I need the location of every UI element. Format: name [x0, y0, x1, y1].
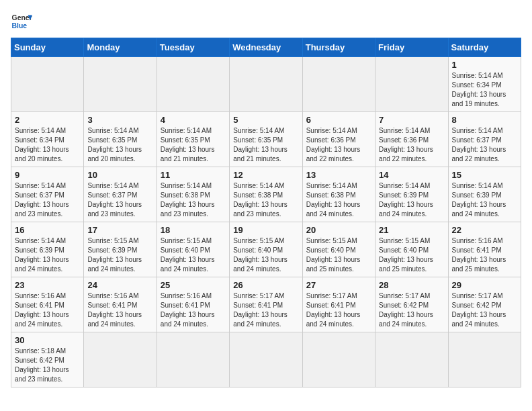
- calendar-day-cell: 2Sunrise: 5:14 AM Sunset: 6:34 PM Daylig…: [11, 112, 84, 167]
- day-info: Sunrise: 5:17 AM Sunset: 6:42 PM Dayligh…: [452, 291, 517, 329]
- day-number: 21: [379, 225, 444, 235]
- calendar-day-cell: 16Sunrise: 5:14 AM Sunset: 6:39 PM Dayli…: [11, 222, 84, 277]
- calendar-week-row: 2Sunrise: 5:14 AM Sunset: 6:34 PM Daylig…: [11, 112, 521, 167]
- calendar-day-cell: 24Sunrise: 5:16 AM Sunset: 6:41 PM Dayli…: [84, 277, 157, 332]
- day-info: Sunrise: 5:14 AM Sunset: 6:39 PM Dayligh…: [379, 181, 444, 219]
- day-number: 5: [233, 115, 298, 125]
- day-number: 8: [452, 115, 517, 125]
- logo-icon: General Blue: [11, 11, 32, 32]
- calendar-day-cell: 28Sunrise: 5:17 AM Sunset: 6:42 PM Dayli…: [375, 277, 448, 332]
- day-info: Sunrise: 5:15 AM Sunset: 6:40 PM Dayligh…: [233, 236, 298, 274]
- day-info: Sunrise: 5:16 AM Sunset: 6:41 PM Dayligh…: [87, 291, 152, 329]
- day-number: 9: [15, 170, 80, 180]
- calendar-day-cell: 4Sunrise: 5:14 AM Sunset: 6:35 PM Daylig…: [157, 112, 229, 167]
- calendar: SundayMondayTuesdayWednesdayThursdayFrid…: [11, 38, 521, 387]
- calendar-day-cell: 30Sunrise: 5:18 AM Sunset: 6:42 PM Dayli…: [11, 332, 84, 387]
- calendar-week-row: 9Sunrise: 5:14 AM Sunset: 6:37 PM Daylig…: [11, 167, 521, 222]
- calendar-day-cell: [375, 57, 448, 112]
- calendar-day-cell: 26Sunrise: 5:17 AM Sunset: 6:41 PM Dayli…: [230, 277, 302, 332]
- day-info: Sunrise: 5:14 AM Sunset: 6:37 PM Dayligh…: [452, 126, 517, 164]
- day-info: Sunrise: 5:14 AM Sunset: 6:36 PM Dayligh…: [379, 126, 444, 164]
- calendar-day-cell: 22Sunrise: 5:16 AM Sunset: 6:41 PM Dayli…: [448, 222, 521, 277]
- calendar-day-cell: [84, 332, 157, 387]
- day-number: 17: [87, 225, 152, 235]
- day-info: Sunrise: 5:14 AM Sunset: 6:35 PM Dayligh…: [87, 126, 152, 164]
- day-info: Sunrise: 5:14 AM Sunset: 6:38 PM Dayligh…: [306, 181, 371, 219]
- calendar-day-cell: 14Sunrise: 5:14 AM Sunset: 6:39 PM Dayli…: [375, 167, 448, 222]
- day-number: 27: [306, 280, 371, 290]
- calendar-day-cell: 7Sunrise: 5:14 AM Sunset: 6:36 PM Daylig…: [375, 112, 448, 167]
- calendar-day-cell: [230, 57, 302, 112]
- day-info: Sunrise: 5:16 AM Sunset: 6:41 PM Dayligh…: [15, 291, 80, 329]
- day-info: Sunrise: 5:14 AM Sunset: 6:39 PM Dayligh…: [15, 236, 80, 274]
- day-number: 13: [306, 170, 371, 180]
- weekday-header-row: SundayMondayTuesdayWednesdayThursdayFrid…: [11, 38, 521, 57]
- day-number: 23: [15, 280, 80, 290]
- calendar-day-cell: [157, 57, 229, 112]
- calendar-day-cell: 8Sunrise: 5:14 AM Sunset: 6:37 PM Daylig…: [448, 112, 521, 167]
- day-info: Sunrise: 5:15 AM Sunset: 6:39 PM Dayligh…: [87, 236, 152, 274]
- calendar-day-cell: 1Sunrise: 5:14 AM Sunset: 6:34 PM Daylig…: [448, 57, 521, 112]
- calendar-day-cell: 25Sunrise: 5:16 AM Sunset: 6:41 PM Dayli…: [157, 277, 229, 332]
- header: General Blue: [11, 11, 521, 32]
- day-info: Sunrise: 5:17 AM Sunset: 6:41 PM Dayligh…: [233, 291, 298, 329]
- day-number: 1: [452, 60, 517, 70]
- day-info: Sunrise: 5:18 AM Sunset: 6:42 PM Dayligh…: [15, 347, 80, 384]
- weekday-header-monday: Monday: [84, 38, 157, 57]
- calendar-day-cell: [157, 332, 229, 387]
- day-number: 7: [379, 115, 444, 125]
- calendar-day-cell: 21Sunrise: 5:15 AM Sunset: 6:40 PM Dayli…: [375, 222, 448, 277]
- calendar-day-cell: [230, 332, 302, 387]
- calendar-week-row: 23Sunrise: 5:16 AM Sunset: 6:41 PM Dayli…: [11, 277, 521, 332]
- calendar-day-cell: [375, 332, 448, 387]
- calendar-day-cell: [302, 57, 375, 112]
- day-info: Sunrise: 5:17 AM Sunset: 6:42 PM Dayligh…: [379, 291, 444, 329]
- day-number: 2: [15, 115, 80, 125]
- calendar-day-cell: 3Sunrise: 5:14 AM Sunset: 6:35 PM Daylig…: [84, 112, 157, 167]
- day-info: Sunrise: 5:14 AM Sunset: 6:35 PM Dayligh…: [161, 126, 226, 164]
- svg-text:Blue: Blue: [12, 22, 28, 30]
- calendar-day-cell: [302, 332, 375, 387]
- calendar-day-cell: [11, 57, 84, 112]
- calendar-day-cell: 18Sunrise: 5:15 AM Sunset: 6:40 PM Dayli…: [157, 222, 229, 277]
- day-number: 28: [379, 280, 444, 290]
- day-info: Sunrise: 5:14 AM Sunset: 6:34 PM Dayligh…: [452, 71, 517, 109]
- day-info: Sunrise: 5:16 AM Sunset: 6:41 PM Dayligh…: [161, 291, 226, 329]
- weekday-header-wednesday: Wednesday: [230, 38, 302, 57]
- calendar-day-cell: 11Sunrise: 5:14 AM Sunset: 6:38 PM Dayli…: [157, 167, 229, 222]
- day-number: 12: [233, 170, 298, 180]
- calendar-day-cell: 23Sunrise: 5:16 AM Sunset: 6:41 PM Dayli…: [11, 277, 84, 332]
- day-info: Sunrise: 5:16 AM Sunset: 6:41 PM Dayligh…: [452, 236, 517, 274]
- day-number: 16: [15, 225, 80, 235]
- day-info: Sunrise: 5:17 AM Sunset: 6:41 PM Dayligh…: [306, 291, 371, 329]
- day-number: 4: [161, 115, 226, 125]
- calendar-week-row: 16Sunrise: 5:14 AM Sunset: 6:39 PM Dayli…: [11, 222, 521, 277]
- weekday-header-sunday: Sunday: [11, 38, 84, 57]
- day-info: Sunrise: 5:14 AM Sunset: 6:37 PM Dayligh…: [15, 181, 80, 219]
- calendar-day-cell: 12Sunrise: 5:14 AM Sunset: 6:38 PM Dayli…: [230, 167, 302, 222]
- day-number: 26: [233, 280, 298, 290]
- day-number: 22: [452, 225, 517, 235]
- day-info: Sunrise: 5:15 AM Sunset: 6:40 PM Dayligh…: [161, 236, 226, 274]
- day-number: 10: [87, 170, 152, 180]
- day-info: Sunrise: 5:14 AM Sunset: 6:34 PM Dayligh…: [15, 126, 80, 164]
- calendar-day-cell: 13Sunrise: 5:14 AM Sunset: 6:38 PM Dayli…: [302, 167, 375, 222]
- calendar-day-cell: 6Sunrise: 5:14 AM Sunset: 6:36 PM Daylig…: [302, 112, 375, 167]
- day-info: Sunrise: 5:14 AM Sunset: 6:35 PM Dayligh…: [233, 126, 298, 164]
- calendar-day-cell: 17Sunrise: 5:15 AM Sunset: 6:39 PM Dayli…: [84, 222, 157, 277]
- calendar-day-cell: 10Sunrise: 5:14 AM Sunset: 6:37 PM Dayli…: [84, 167, 157, 222]
- day-info: Sunrise: 5:14 AM Sunset: 6:36 PM Dayligh…: [306, 126, 371, 164]
- day-number: 15: [452, 170, 517, 180]
- calendar-week-row: 1Sunrise: 5:14 AM Sunset: 6:34 PM Daylig…: [11, 57, 521, 112]
- day-number: 3: [87, 115, 152, 125]
- day-number: 25: [161, 280, 226, 290]
- calendar-week-row: 30Sunrise: 5:18 AM Sunset: 6:42 PM Dayli…: [11, 332, 521, 387]
- calendar-day-cell: 5Sunrise: 5:14 AM Sunset: 6:35 PM Daylig…: [230, 112, 302, 167]
- weekday-header-friday: Friday: [375, 38, 448, 57]
- day-number: 20: [306, 225, 371, 235]
- day-number: 30: [15, 335, 80, 345]
- day-info: Sunrise: 5:14 AM Sunset: 6:37 PM Dayligh…: [87, 181, 152, 219]
- calendar-day-cell: 29Sunrise: 5:17 AM Sunset: 6:42 PM Dayli…: [448, 277, 521, 332]
- calendar-day-cell: 9Sunrise: 5:14 AM Sunset: 6:37 PM Daylig…: [11, 167, 84, 222]
- day-info: Sunrise: 5:14 AM Sunset: 6:39 PM Dayligh…: [452, 181, 517, 219]
